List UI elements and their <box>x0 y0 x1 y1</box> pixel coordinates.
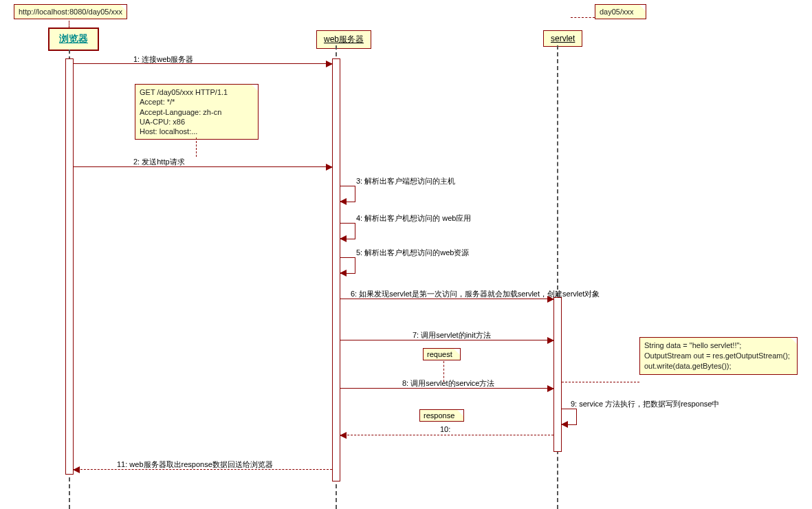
note-response: response <box>419 409 464 422</box>
lifeline-servlet-label: servlet <box>551 34 575 43</box>
note-request: request <box>423 348 461 360</box>
note-servlet-path: day05/xxx <box>595 4 646 19</box>
lifeline-webserver: web服务器 <box>316 30 371 49</box>
anchor-url <box>69 21 69 28</box>
msg3-arrow <box>340 186 355 202</box>
msg9-label: 9: service 方法执行，把数据写到response中 <box>571 399 719 409</box>
msg5-arrow <box>340 257 355 274</box>
activation-servlet <box>553 297 562 452</box>
lifeline-browser-label: 浏览器 <box>59 33 88 44</box>
msg2-label: 2: 发送http请求 <box>133 157 185 167</box>
msg10-label: 10: <box>440 425 450 433</box>
note-servlet-path-text: day05/xxx <box>600 8 634 16</box>
msg4-label: 4: 解析出客户机想访问的 web应用 <box>356 213 471 224</box>
msg2-arrow <box>74 166 332 167</box>
msg8-label: 8: 调用servlet的service方法 <box>402 378 494 389</box>
msg4-arrow <box>340 223 355 239</box>
msg6-label: 6: 如果发现servlet是第一次访问，服务器就会加载servlet，创建se… <box>351 289 600 299</box>
anchor-servletpath <box>571 17 595 18</box>
lifeline-browser: 浏览器 <box>48 28 99 51</box>
msg1-arrow <box>74 63 332 64</box>
lifeline-servlet: servlet <box>543 30 582 47</box>
msg8-arrow <box>340 388 553 389</box>
msg9-arrow <box>562 409 577 425</box>
note-url-text: http://localhost:8080/day05/xxx <box>19 8 122 16</box>
note-http: GET /day05/xxx HTTP/1.1 Accept: */* Acce… <box>135 84 259 140</box>
msg3-label: 3: 解析出客户端想访问的主机 <box>356 176 455 186</box>
msg11-arrow <box>74 469 332 470</box>
note-request-text: request <box>427 350 452 358</box>
activation-browser <box>65 58 74 475</box>
msg11-label: 11: web服务器取出response数据回送给浏览器 <box>117 459 273 470</box>
note-response-text: response <box>424 411 454 420</box>
msg6-arrow <box>340 299 553 299</box>
lifeline-webserver-label: web服务器 <box>324 34 364 44</box>
msg10-arrow <box>340 435 553 435</box>
note-code-text: String data = "hello servlet!!"; OutputS… <box>644 341 790 370</box>
msg7-label: 7: 调用servlet的init方法 <box>413 330 491 340</box>
note-url: http://localhost:8080/day05/xxx <box>14 4 127 19</box>
note-http-text: GET /day05/xxx HTTP/1.1 Accept: */* Acce… <box>140 88 228 136</box>
msg7-arrow <box>340 340 553 340</box>
note-code: String data = "hello servlet!!"; OutputS… <box>639 337 798 375</box>
anchor-http <box>196 138 197 157</box>
anchor-code <box>562 382 639 382</box>
msg5-label: 5: 解析出客户机想访问的web资源 <box>356 248 469 258</box>
